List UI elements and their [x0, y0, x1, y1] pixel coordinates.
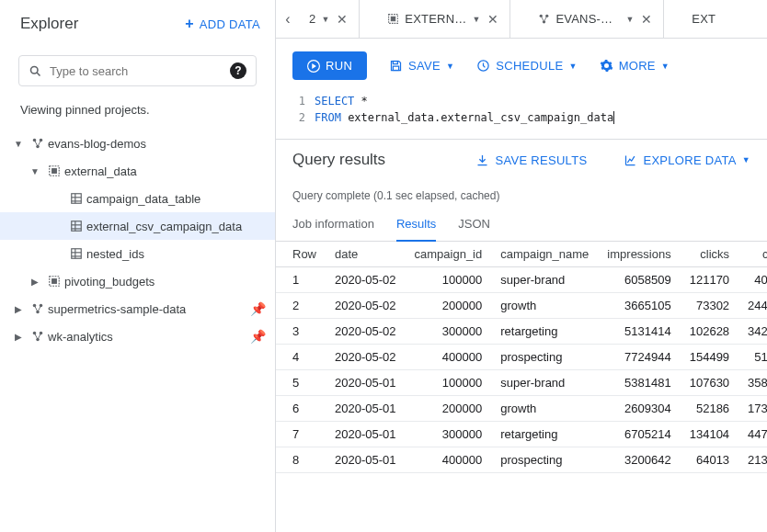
search-input[interactable] [50, 64, 223, 78]
cell-date: 2020-05-01 [326, 422, 406, 447]
close-icon[interactable]: ✕ [335, 12, 349, 27]
col-campaign-id: campaign_id [406, 242, 492, 267]
schedule-button[interactable]: SCHEDULE ▼ [476, 59, 577, 73]
cell-clicks: 121170 [681, 267, 738, 293]
tree-dataset[interactable]: ▶ pivoting_budgets [0, 267, 275, 295]
editor-tab[interactable]: 2 ▼ ✕ [300, 0, 360, 38]
chevron-down-icon[interactable]: ▼ [625, 15, 634, 24]
cell-cost: 447.01 [738, 422, 767, 447]
cell-impressions: 3665105 [598, 293, 680, 319]
tab-json[interactable]: JSON [458, 211, 490, 241]
expand-icon[interactable]: ▶ [26, 277, 44, 287]
project-icon [28, 137, 48, 150]
cell-row: 1 [276, 267, 326, 293]
project-icon [538, 13, 550, 25]
cell-row: 7 [276, 422, 326, 447]
search-box[interactable]: ? [18, 55, 257, 86]
col-cost: cost [738, 242, 767, 267]
save-button[interactable]: SAVE ▼ [389, 59, 454, 73]
expand-icon[interactable]: ▶ [9, 304, 28, 314]
svg-point-29 [540, 15, 543, 17]
results-table-wrap[interactable]: Row date campaign_id campaign_name impre… [276, 242, 767, 532]
tab-label: 2 [309, 12, 315, 26]
tree-label: evans-blog-demos [48, 137, 266, 151]
tree-label: supermetrics-sample-data [48, 302, 250, 316]
tab-label: EXT [692, 12, 715, 26]
gear-icon [600, 59, 613, 73]
collapse-icon[interactable]: ▼ [9, 139, 28, 149]
more-label: MORE [619, 59, 656, 73]
pin-icon[interactable]: 📌 [250, 329, 266, 344]
chevron-down-icon[interactable]: ▼ [473, 15, 481, 24]
play-icon [307, 60, 320, 73]
tree-project[interactable]: ▶ wk-analytics 📌 [0, 323, 275, 350]
tab-job-information[interactable]: Job information [292, 211, 374, 241]
save-results-button[interactable]: SAVE RESULTS [475, 153, 587, 167]
add-data-label: ADD DATA [200, 17, 260, 31]
more-button[interactable]: MORE ▼ [600, 59, 670, 73]
svg-point-3 [40, 139, 43, 142]
dataset-icon [44, 275, 64, 288]
table-row: 62020-05-01200000growth260930452186173.9… [276, 396, 767, 422]
code-content[interactable]: SELECT * FROM external_data.external_csv… [315, 93, 614, 126]
tree-table[interactable]: campaign_data_table [0, 185, 275, 212]
cell-impressions: 2609304 [598, 396, 680, 422]
pin-icon[interactable]: 📌 [250, 301, 266, 316]
close-icon[interactable]: ✕ [486, 12, 500, 27]
collapse-icon[interactable]: ▼ [26, 166, 44, 176]
help-icon[interactable]: ? [230, 62, 246, 79]
chevron-down-icon: ▼ [661, 62, 670, 71]
cell-row: 6 [276, 396, 326, 422]
run-button[interactable]: RUN [292, 51, 367, 80]
explorer-title: Explorer [20, 15, 78, 33]
editor-tab[interactable]: EXTERN… ▼ ✕ [360, 0, 510, 38]
cell-cost: 403.9 [738, 267, 767, 293]
cell-row: 2 [276, 293, 326, 319]
table-row: 12020-05-02100000super-brand605850912117… [276, 267, 767, 293]
explore-data-button[interactable]: EXPLORE DATA ▼ [624, 153, 750, 167]
cell-clicks: 134104 [681, 422, 738, 447]
expand-icon[interactable]: ▶ [9, 332, 28, 342]
svg-point-31 [543, 20, 545, 23]
add-data-button[interactable]: + ADD DATA [185, 16, 260, 32]
schedule-label: SCHEDULE [496, 59, 563, 73]
tab-label: EXTERN… [405, 12, 466, 26]
results-header: Query results SAVE RESULTS EXPLORE DATA … [276, 139, 767, 180]
svg-point-0 [31, 66, 39, 74]
dataset-icon [44, 164, 64, 177]
tree-label: external_csv_campaign_data [86, 220, 266, 233]
cell-impressions: 7724944 [598, 345, 680, 370]
query-toolbar: RUN SAVE ▼ SCHEDULE ▼ MORE ▼ [276, 39, 767, 93]
cell-row: 5 [276, 370, 326, 396]
cell-cost: 244.34 [738, 293, 767, 319]
tab-results[interactable]: Results [396, 211, 436, 242]
chevron-down-icon: ▼ [446, 62, 454, 71]
tree-table[interactable]: nested_ids [0, 240, 275, 267]
plus-icon: + [185, 16, 194, 32]
cell-cost: 173.95 [738, 396, 767, 422]
sql-editor[interactable]: 12 SELECT * FROM external_data.external_… [276, 93, 767, 139]
cell-date: 2020-05-02 [326, 267, 406, 293]
cell-campaign-name: retargeting [491, 422, 598, 447]
cell-impressions: 5381481 [598, 370, 680, 396]
chevron-down-icon[interactable]: ▼ [321, 15, 329, 24]
col-impressions: impressions [598, 242, 680, 267]
col-campaign-name: campaign_name [491, 242, 598, 267]
col-clicks: clicks [681, 242, 738, 267]
chart-icon [624, 153, 637, 167]
line-gutter: 12 [276, 93, 315, 126]
project-tree: ▼ evans-blog-demos ▼ external_data campa… [0, 126, 275, 532]
cell-campaign-id: 200000 [406, 293, 492, 319]
svg-point-23 [36, 311, 40, 314]
tree-dataset[interactable]: ▼ external_data [0, 157, 275, 185]
cell-campaign-name: super-brand [491, 370, 598, 396]
save-results-label: SAVE RESULTS [495, 153, 587, 167]
tab-prev-icon[interactable]: ‹ [276, 11, 300, 28]
table-row: 52020-05-01100000super-brand538148110763… [276, 370, 767, 396]
editor-tab[interactable]: EVANS-B… ▼ ✕ [510, 0, 664, 38]
tree-table[interactable]: external_csv_campaign_data [0, 212, 275, 240]
close-icon[interactable]: ✕ [639, 12, 654, 27]
editor-tab[interactable]: EXT [664, 0, 725, 38]
tree-project[interactable]: ▶ supermetrics-sample-data 📌 [0, 295, 275, 323]
tree-project[interactable]: ▼ evans-blog-demos [0, 130, 275, 157]
